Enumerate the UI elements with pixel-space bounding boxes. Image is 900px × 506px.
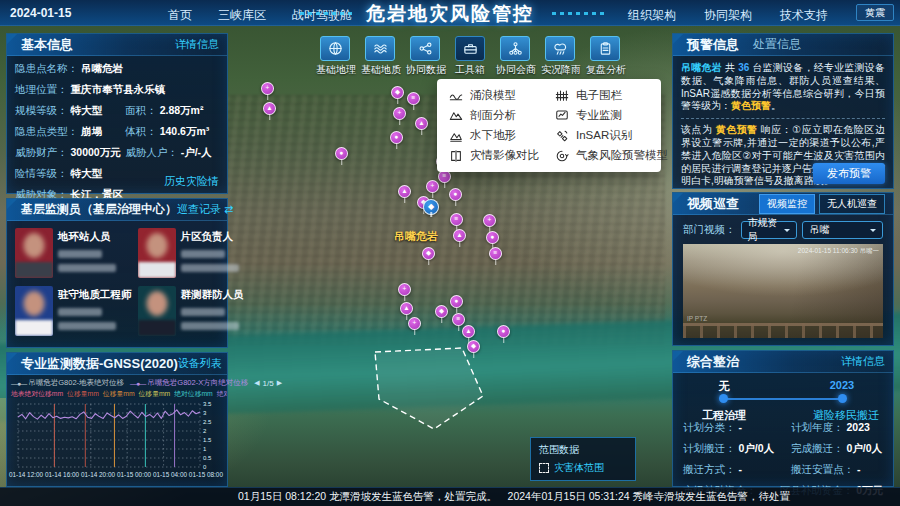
map-marker[interactable]: ● — [497, 325, 510, 338]
menu-item-monitor[interactable]: 专业监测 — [547, 105, 676, 125]
basic-info-pair: 地理位置：重庆市奉节县永乐镇 — [15, 83, 219, 97]
dashed-divider — [681, 118, 885, 119]
map-marker[interactable]: ● — [486, 231, 499, 244]
nav-tech-support[interactable]: 技术支持 — [780, 7, 828, 24]
monitor-card[interactable]: 片区负责人 — [138, 228, 244, 278]
menu-item-label: 涌浪模型 — [470, 88, 516, 103]
x-tick-label: 01-14 20:00 — [81, 471, 115, 478]
map-marker[interactable]: ≡ — [489, 247, 502, 260]
warning-level-2: 黄色预警 — [716, 124, 758, 135]
user-chip[interactable]: 黄震 — [856, 4, 894, 21]
field-value: 吊嘴危岩 — [81, 62, 123, 76]
nav-org-structure[interactable]: 组织架构 — [628, 7, 676, 24]
tool-globe-button[interactable]: 基础地理 — [316, 36, 354, 77]
map-marker[interactable]: + — [483, 214, 496, 227]
menu-item-satellite[interactable]: InSAR识别 — [547, 126, 676, 146]
map-marker[interactable]: ● — [390, 131, 403, 144]
map-marker[interactable]: ▲ — [398, 185, 411, 198]
warning-info-panel: 预警信息 处置信息 吊嘴危岩 共 36 台监测设备，经专业监测设备数据、气象降雨… — [672, 33, 894, 189]
video-timestamp: 2024-01-15 11:06:30 吊嘴一 — [798, 247, 879, 256]
video-feed[interactable]: 2024-01-15 11:06:30 吊嘴一 IP PTZ — [683, 244, 883, 338]
map-marker[interactable]: + — [398, 283, 411, 296]
hazard-range-toggle[interactable]: 灾害体范围 — [539, 461, 627, 475]
tool-label: 协同会商 — [496, 63, 534, 77]
map-marker[interactable]: ≡ — [452, 313, 465, 326]
menu-item-weather[interactable]: 气象风险预警模型 — [547, 146, 676, 166]
tab-warning-info[interactable]: 预警信息 — [687, 36, 739, 54]
map-marker[interactable]: ◆ — [422, 247, 435, 260]
map-marker[interactable]: ◆ — [467, 340, 480, 353]
map-marker[interactable]: + — [408, 317, 421, 330]
pager-next-icon[interactable]: ▶ — [277, 379, 282, 387]
map-marker-selected[interactable]: ◆ — [423, 199, 439, 215]
menu-item-wave[interactable]: 涌浪模型 — [441, 85, 547, 105]
map-marker[interactable]: ▲ — [263, 102, 276, 115]
tab-video-monitor[interactable]: 视频监控 — [759, 194, 815, 214]
map-marker[interactable]: ● — [449, 188, 462, 201]
tab-disposal-info[interactable]: 处置信息 — [753, 36, 801, 53]
publish-warning-button[interactable]: 发布预警 — [813, 163, 885, 184]
menu-item-label: 气象风险预警模型 — [576, 148, 668, 163]
basic-info-row: 隐患点类型：崩塌体积：140.6万m³ — [15, 125, 219, 139]
tool-layers-button[interactable]: 基础地质 — [361, 36, 399, 77]
tool-rain-button[interactable]: 实况降雨 — [541, 36, 579, 77]
map-marker[interactable]: ≡ — [450, 213, 463, 226]
tool-clipboard-button[interactable]: 复盘分析 — [586, 36, 624, 77]
tool-label: 复盘分析 — [586, 63, 624, 77]
axis-series-label: 绝对位移mm — [217, 389, 227, 399]
terrain-icon — [449, 129, 463, 143]
dept-video-label: 部门视频： — [683, 223, 736, 237]
nav-right: 组织架构 协同架构 技术支持 — [628, 7, 828, 24]
map-marker[interactable]: ◆ — [435, 305, 448, 318]
legend-marker-icon: —●— — [130, 380, 145, 387]
person-role: 地环站人员 — [58, 230, 116, 244]
map-marker[interactable]: ▲ — [400, 302, 413, 315]
tool-share-button[interactable]: 协同数据 — [406, 36, 444, 77]
map-marker[interactable]: + — [261, 82, 274, 95]
redacted-phone — [58, 264, 116, 272]
pager-prev-icon[interactable]: ◀ — [254, 379, 259, 387]
treatment-panel-title: 综合整治 — [687, 353, 739, 371]
map-marker[interactable]: ▲ — [462, 325, 475, 338]
legend-item[interactable]: —●—吊嘴危岩G802-地表绝对位移 — [11, 378, 124, 388]
blurred-face — [24, 291, 45, 316]
history-disaster-link[interactable]: 历史灾险情 — [164, 174, 219, 189]
department-select[interactable]: 市规资局 — [741, 221, 798, 239]
video-patrol-panel: 视频巡查 视频监控 无人机巡查 部门视频： 市规资局 吊嘴 2024-01-15… — [672, 192, 894, 346]
menu-item-compare[interactable]: 灾情影像对比 — [441, 146, 547, 166]
device-list-link[interactable]: 设备列表 — [178, 356, 222, 371]
camera-point-select[interactable]: 吊嘴 — [802, 221, 883, 239]
map-marker[interactable]: ● — [450, 295, 463, 308]
timeline-left-bottom: 工程治理 — [679, 408, 769, 423]
menu-item-fence[interactable]: 电子围栏 — [547, 85, 676, 105]
monitor-card[interactable]: 地环站人员 — [15, 228, 132, 278]
axis-series-label: 位移量mm — [103, 389, 135, 399]
basic-info-pair: 威胁财产：30000万元 — [15, 146, 125, 160]
map-marker[interactable]: ● — [335, 147, 348, 160]
map-marker[interactable]: ▲ — [453, 229, 466, 242]
timeline-node-right[interactable] — [838, 394, 847, 403]
nav-coop-structure[interactable]: 协同架构 — [704, 7, 752, 24]
map-marker[interactable]: + — [426, 180, 439, 193]
legend-item[interactable]: —●—吊嘴危岩G802-X方向绝对位移 — [130, 378, 248, 388]
tab-drone-patrol[interactable]: 无人机巡查 — [819, 194, 885, 214]
map-marker[interactable]: ≡ — [407, 92, 420, 105]
field-label: 计划搬迁： — [683, 442, 736, 456]
toolbox-icon — [463, 41, 478, 56]
menu-item-mountain[interactable]: 剖面分析 — [441, 105, 547, 125]
timeline-node-left[interactable] — [719, 394, 728, 403]
chart-legend: —●—吊嘴危岩G802-地表绝对位移—●—吊嘴危岩G802-X方向绝对位移◀1/… — [7, 375, 227, 389]
monitor-card[interactable]: 驻守地质工程师 — [15, 286, 132, 336]
basic-info-pair: 面积：2.88万m² — [125, 104, 219, 118]
map-marker[interactable]: ◆ — [391, 86, 404, 99]
treatment-details-link[interactable]: 详情信息 — [841, 354, 885, 369]
map-marker[interactable]: ▲ — [415, 117, 428, 130]
tool-network-button[interactable]: 协同会商 — [496, 36, 534, 77]
monitor-card[interactable]: 群测群防人员 — [138, 286, 244, 336]
patrol-record-link[interactable]: 巡查记录 ⇄ — [177, 202, 233, 217]
tool-toolbox-button[interactable]: 工具箱 — [451, 36, 489, 77]
x-tick-label: 01-14 12:00 — [9, 471, 43, 478]
menu-item-terrain[interactable]: 水下地形 — [441, 126, 547, 146]
basic-info-details-link[interactable]: 详情信息 — [175, 37, 219, 52]
map-marker[interactable]: + — [393, 107, 406, 120]
